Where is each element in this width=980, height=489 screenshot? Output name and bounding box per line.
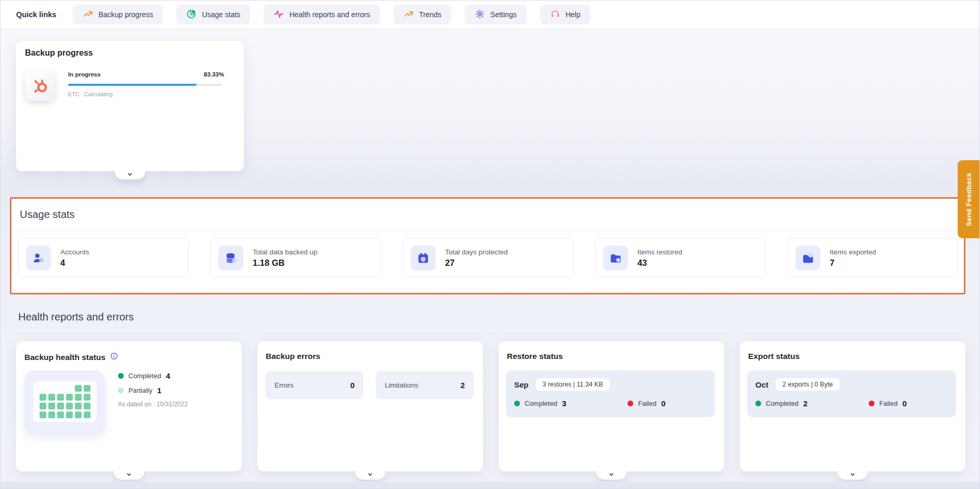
pie-chart-icon xyxy=(186,9,197,21)
stat-card-items-exported: Items exported 7 xyxy=(788,238,958,277)
legend-label: Partially xyxy=(128,387,152,394)
divider xyxy=(16,333,964,334)
quick-link-help[interactable]: Help xyxy=(540,5,591,24)
quick-link-settings[interactable]: Settings xyxy=(465,5,527,24)
stat-value: 43 xyxy=(637,258,682,268)
export-status-expand-tab[interactable] xyxy=(838,471,868,480)
chevron-down-icon xyxy=(367,471,374,480)
heatmap-day-filled xyxy=(40,394,46,401)
restore-status-card: Restore status Sep 3 restores | 11.34 KB… xyxy=(499,341,724,471)
chevron-down-icon xyxy=(126,171,134,180)
usage-stats-title: Usage stats xyxy=(20,209,75,221)
progress-bar-fill xyxy=(68,84,197,86)
as-dated-on-label: As dated on : 10/31/2022 xyxy=(118,401,188,408)
heatmap-day-filled xyxy=(75,411,82,418)
errors-value: 0 xyxy=(350,381,355,390)
backup-errors-card: Backup errors Errors 0 Limitations 2 xyxy=(257,341,483,471)
backup-card-expand-tab[interactable] xyxy=(115,171,145,179)
export-status-card: Export status Oct 2 exports | 0 Byte Com… xyxy=(740,341,965,471)
send-feedback-button[interactable]: Send Feedback xyxy=(958,160,979,238)
heatmap-day-filled xyxy=(57,411,64,418)
chevron-down-icon xyxy=(608,471,615,480)
backup-health-title: Backup health status xyxy=(24,353,106,362)
heatmap-day-filled xyxy=(75,403,82,409)
divider xyxy=(18,230,957,230)
heatmap-day-filled xyxy=(57,394,64,401)
stat-value: 4 xyxy=(60,258,89,268)
quick-link-usage-stats[interactable]: Usage stats xyxy=(176,5,250,24)
stat-card-days-protected: Total days protected 27 xyxy=(403,238,573,277)
trend-up-icon xyxy=(83,9,93,21)
backup-health-status-card: Backup health status Completed 4 Partial… xyxy=(16,341,242,471)
quick-link-label: Backup progress xyxy=(98,10,153,19)
quick-link-label: Settings xyxy=(490,10,517,19)
failed-label: Failed xyxy=(879,400,897,407)
restore-month-label: Sep xyxy=(514,380,529,389)
heatmap-day-filled xyxy=(84,385,90,392)
backup-health-heatmap-grid xyxy=(40,385,90,418)
heatmap-day-filled xyxy=(84,403,90,409)
legend-value: 4 xyxy=(166,371,170,380)
heatmap-day-filled xyxy=(48,403,55,409)
export-status-title: Export status xyxy=(748,352,800,361)
stat-value: 7 xyxy=(830,258,876,268)
legend-label: Completed xyxy=(128,372,161,380)
failed-label: Failed xyxy=(638,400,656,407)
completed-status-dot xyxy=(118,373,124,379)
backup-health-heatmap xyxy=(24,370,105,433)
heatmap-day-empty xyxy=(48,385,55,392)
info-icon[interactable] xyxy=(110,352,119,363)
restore-status-title: Restore status xyxy=(507,352,563,361)
stat-label: Accounts xyxy=(60,248,89,256)
hubspot-icon xyxy=(25,71,55,101)
chevron-down-icon xyxy=(849,471,856,480)
errors-label: Errors xyxy=(275,381,294,389)
failed-value: 0 xyxy=(661,399,665,408)
calendar-shield-icon xyxy=(411,246,436,271)
health-section-title: Health reports and errors xyxy=(18,311,134,323)
heatmap-day-empty xyxy=(40,385,46,392)
failed-value: 0 xyxy=(903,399,907,408)
stat-value: 27 xyxy=(445,258,508,268)
quick-link-trends[interactable]: Trends xyxy=(394,5,451,24)
legend-value: 1 xyxy=(157,386,161,395)
heatmap-day-filled xyxy=(75,385,82,392)
activity-icon xyxy=(273,9,284,21)
quick-link-health-reports[interactable]: Health reports and errors xyxy=(264,5,380,24)
quick-link-label: Health reports and errors xyxy=(289,10,370,19)
quick-link-backup-progress[interactable]: Backup progress xyxy=(73,5,163,24)
restore-status-expand-tab[interactable] xyxy=(596,471,626,480)
backup-etc-label: ETC : Calculating xyxy=(68,91,224,97)
gear-icon xyxy=(475,9,485,21)
stat-card-total-data: Total data backed up 1.18 GB xyxy=(211,238,381,277)
heatmap-day-filled xyxy=(75,394,82,401)
backup-progress-title: Backup progress xyxy=(25,48,93,58)
backup-progress-card: Backup progress In progress 83.33% ETC :… xyxy=(16,41,244,171)
stat-label: Items exported xyxy=(830,248,876,256)
completed-label: Completed xyxy=(766,400,799,407)
export-summary-pill: 2 exports | 0 Byte xyxy=(776,378,840,391)
backup-status-label: In progress xyxy=(68,71,101,78)
chevron-down-icon xyxy=(125,471,133,480)
stat-card-items-restored: Items restored 43 xyxy=(595,238,766,277)
heatmap-day-filled xyxy=(66,411,73,418)
quick-link-label: Usage stats xyxy=(202,10,240,19)
backup-errors-title: Backup errors xyxy=(266,352,320,361)
partially-status-dot xyxy=(118,388,124,393)
quick-links-label: Quick links xyxy=(16,10,56,19)
backup-health-expand-tab[interactable] xyxy=(114,471,144,480)
completed-status-dot xyxy=(514,401,520,406)
completed-label: Completed xyxy=(525,400,557,407)
horizontal-scrollbar[interactable] xyxy=(1,482,979,488)
headset-icon xyxy=(550,9,560,21)
restore-month-panel: Sep 3 restores | 11.34 KB Completed 3 Fa… xyxy=(506,370,715,417)
export-month-panel: Oct 2 exports | 0 Byte Completed 2 Faile… xyxy=(747,370,956,417)
quick-links-bar: Quick links Backup progress Usage stats … xyxy=(1,1,979,29)
database-icon xyxy=(218,246,243,271)
progress-bar-track xyxy=(68,84,222,86)
heatmap-panel xyxy=(33,381,97,422)
backup-errors-expand-tab[interactable] xyxy=(355,471,385,480)
folder-restore-icon xyxy=(603,246,628,271)
usage-stats-section-highlighted: Usage stats Accounts 4 Total data backed… xyxy=(10,197,965,294)
stat-label: Total data backed up xyxy=(253,248,318,256)
